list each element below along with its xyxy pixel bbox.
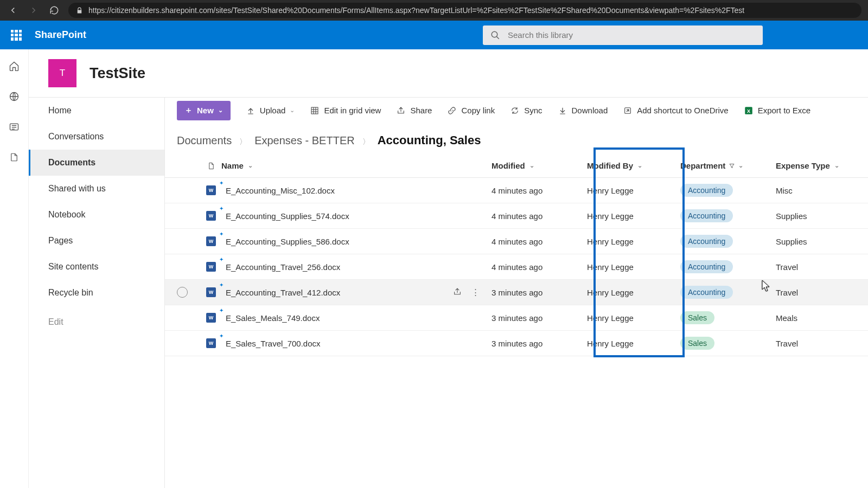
svg-rect-3 [311, 107, 318, 114]
home-icon[interactable] [8, 60, 20, 72]
column-expense-type[interactable]: Expense Type⌄ [776, 161, 868, 170]
site-logo[interactable]: T [48, 59, 76, 87]
globe-icon[interactable] [8, 91, 20, 102]
file-name[interactable]: ✦E_Sales_Travel_700.docx [221, 339, 321, 348]
nav-item-site-contents[interactable]: Site contents [29, 254, 164, 280]
app-launcher-icon[interactable] [11, 30, 22, 41]
expense-type-cell: Travel [776, 339, 868, 348]
add-shortcut-button[interactable]: Add shortcut to OneDrive [623, 106, 728, 115]
file-name[interactable]: ✦E_Accounting_Misc_102.docx [221, 186, 335, 195]
edit-grid-label: Edit in grid view [324, 106, 381, 115]
chevron-down-icon: ⌄ [218, 107, 223, 114]
breadcrumb: Documents 〉 Expenses - BETTER 〉 Accounti… [165, 124, 868, 154]
modified-by-cell[interactable]: Henry Legge [587, 262, 680, 272]
modified-by-cell[interactable]: Henry Legge [587, 339, 680, 348]
forward-button[interactable] [27, 4, 40, 17]
address-bar[interactable]: https://citizenbuilders.sharepoint.com/s… [68, 3, 861, 18]
file-name[interactable]: ✦E_Accounting_Supplies_574.docx [221, 211, 349, 221]
svg-text:X: X [747, 108, 750, 113]
suite-label[interactable]: SharePoint [35, 29, 86, 41]
department-pill: Sales [680, 311, 714, 324]
table-row[interactable]: W✦E_Accounting_Supplies_586.docx4 minute… [165, 229, 868, 254]
file-name[interactable]: ✦E_Accounting_Travel_256.docx [221, 262, 340, 272]
nav-item-recycle-bin[interactable]: Recycle bin [29, 280, 164, 306]
breadcrumb-link-1[interactable]: Documents [177, 134, 232, 147]
expense-type-cell: Supplies [776, 237, 868, 246]
share-icon[interactable] [453, 287, 462, 297]
file-name[interactable]: ✦E_Accounting_Supplies_586.docx [221, 237, 349, 246]
browser-chrome: https://citizenbuilders.sharepoint.com/s… [0, 0, 868, 21]
app-rail [0, 49, 29, 488]
modified-by-cell[interactable]: Henry Legge [587, 186, 680, 195]
chevron-down-icon: ⌄ [834, 162, 839, 169]
site-header: T TestSite [29, 49, 868, 97]
nav-item-home[interactable]: Home [29, 98, 164, 124]
modified-by-cell[interactable]: Henry Legge [587, 313, 680, 323]
site-title[interactable]: TestSite [90, 65, 145, 82]
nav-item-documents[interactable]: Documents [29, 150, 164, 176]
table-row[interactable]: W✦E_Accounting_Travel_256.docx4 minutes … [165, 254, 868, 280]
new-indicator-icon: ✦ [219, 206, 224, 211]
grid-icon [310, 106, 320, 115]
search-wrap [483, 25, 763, 45]
svg-point-0 [492, 31, 497, 37]
breadcrumb-link-2[interactable]: Expenses - BETTER [254, 134, 355, 147]
nav-edit-link[interactable]: Edit [29, 309, 164, 335]
sync-button[interactable]: Sync [510, 106, 542, 115]
column-modified-by[interactable]: Modified By⌄ [587, 161, 680, 170]
search-box[interactable] [483, 25, 763, 45]
export-label: Export to Exce [758, 106, 811, 115]
grid-header: Name⌄ Modified⌄ Modified By⌄ Department … [165, 154, 868, 178]
select-circle[interactable] [177, 287, 188, 298]
file-type-column-icon[interactable] [201, 161, 221, 171]
word-file-icon: W [206, 338, 216, 348]
edit-grid-button[interactable]: Edit in grid view [310, 106, 381, 115]
modified-by-cell[interactable]: Henry Legge [587, 288, 680, 297]
share-button[interactable]: Share [396, 106, 432, 115]
more-icon[interactable]: ⋮ [471, 287, 481, 297]
new-indicator-icon: ✦ [219, 231, 224, 237]
word-file-icon: W [206, 211, 216, 221]
table-row[interactable]: W✦E_Accounting_Travel_412.docx⋮3 minutes… [165, 280, 868, 305]
copy-link-button[interactable]: Copy link [447, 106, 495, 115]
excel-icon: X [744, 106, 754, 115]
column-department[interactable]: Department ⌄ [680, 161, 776, 170]
share-label: Share [410, 106, 432, 115]
word-file-icon: W [206, 185, 216, 195]
nav-item-pages[interactable]: Pages [29, 228, 164, 254]
table-row[interactable]: W✦E_Accounting_Misc_102.docx4 minutes ag… [165, 178, 868, 203]
new-label: New [197, 106, 214, 115]
chevron-right-icon: 〉 [362, 137, 370, 147]
department-pill: Sales [680, 337, 714, 350]
search-input[interactable] [508, 30, 755, 40]
table-row[interactable]: W✦E_Accounting_Supplies_574.docx4 minute… [165, 203, 868, 229]
modified-by-cell[interactable]: Henry Legge [587, 237, 680, 246]
nav-item-conversations[interactable]: Conversations [29, 124, 164, 150]
modified-cell: 3 minutes ago [492, 288, 587, 297]
nav-item-shared-with-us[interactable]: Shared with us [29, 176, 164, 202]
new-indicator-icon: ✦ [219, 282, 224, 288]
export-excel-button[interactable]: X Export to Exce [744, 106, 811, 115]
copy-link-label: Copy link [461, 106, 495, 115]
table-row[interactable]: W✦E_Sales_Travel_700.docx3 minutes agoHe… [165, 331, 868, 356]
chevron-down-icon: ⌄ [529, 162, 534, 169]
sync-label: Sync [524, 106, 542, 115]
modified-by-cell[interactable]: Henry Legge [587, 211, 680, 221]
chevron-right-icon: 〉 [239, 137, 247, 147]
download-button[interactable]: Download [558, 106, 608, 115]
new-button[interactable]: ＋ New ⌄ [177, 101, 231, 120]
files-icon[interactable] [8, 151, 20, 163]
nav-item-notebook[interactable]: Notebook [29, 202, 164, 228]
back-button[interactable] [7, 4, 20, 17]
department-pill: Accounting [680, 209, 733, 222]
reload-button[interactable] [48, 4, 61, 17]
file-name[interactable]: ✦E_Sales_Meals_749.docx [221, 313, 320, 323]
column-modified[interactable]: Modified⌄ [492, 161, 587, 170]
table-row[interactable]: W✦E_Sales_Meals_749.docx3 minutes agoHen… [165, 305, 868, 331]
modified-cell: 4 minutes ago [492, 211, 587, 221]
file-name[interactable]: ✦E_Accounting_Travel_412.docx [221, 288, 340, 297]
column-name[interactable]: Name⌄ [221, 161, 492, 170]
news-icon[interactable] [8, 121, 20, 133]
document-grid: Name⌄ Modified⌄ Modified By⌄ Department … [165, 154, 868, 488]
upload-button[interactable]: Upload ⌄ [246, 106, 295, 115]
